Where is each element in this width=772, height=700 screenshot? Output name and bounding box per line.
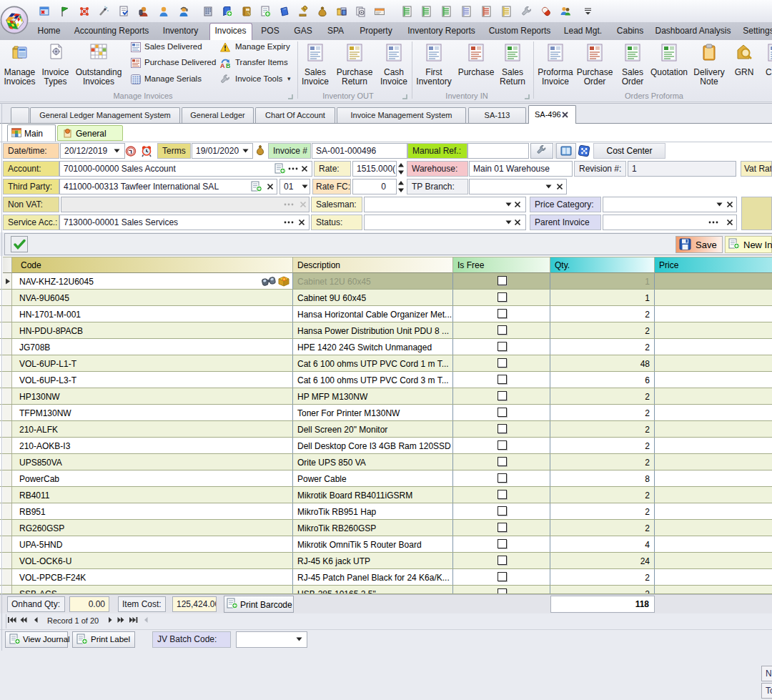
svg-text:B: B (226, 62, 230, 68)
svg-text:A: A (220, 62, 225, 68)
